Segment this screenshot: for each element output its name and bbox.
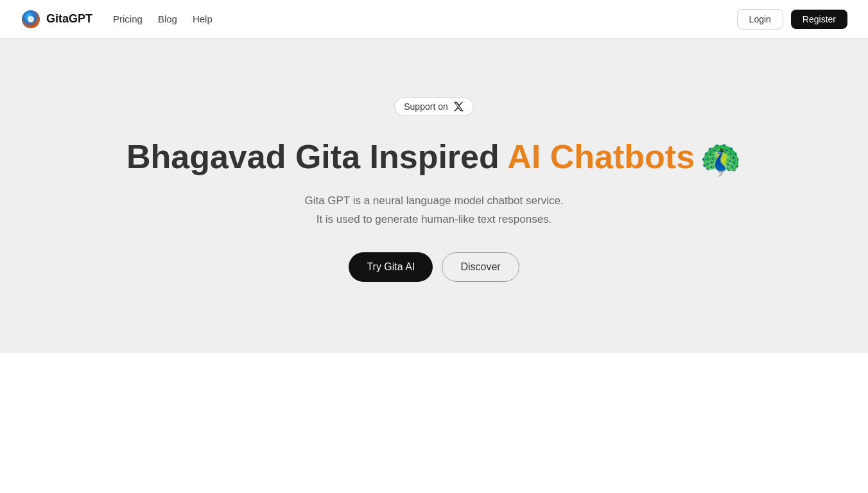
logo-link[interactable]: GitaGPT — [21, 9, 92, 30]
peacock-emoji: 🦚 — [700, 141, 742, 178]
nav-link-pricing[interactable]: Pricing — [113, 13, 143, 24]
logo-icon — [21, 9, 41, 30]
nav-link-help[interactable]: Help — [193, 13, 213, 24]
support-badge-text: Support on — [404, 101, 448, 112]
try-gita-ai-button[interactable]: Try Gita AI — [349, 252, 433, 282]
nav-item-pricing[interactable]: Pricing — [113, 13, 143, 25]
nav-links: Pricing Blog Help — [113, 13, 213, 25]
register-button[interactable]: Register — [791, 10, 847, 29]
hero-subtitle-line2: It is used to generate human-like text r… — [317, 213, 552, 225]
hero-title: Bhagavad Gita Inspired AI Chatbots🦚 — [126, 137, 742, 179]
navbar: GitaGPT Pricing Blog Help Login Register — [0, 0, 868, 39]
hero-subtitle: Gita GPT is a neural language model chat… — [304, 192, 563, 229]
hero-title-highlight: AI Chatbots — [507, 138, 695, 175]
navbar-right: Login Register — [737, 9, 847, 30]
hero-subtitle-line1: Gita GPT is a neural language model chat… — [304, 195, 563, 207]
support-badge[interactable]: Support on — [394, 97, 474, 116]
hero-section: Support on Bhagavad Gita Inspired AI Cha… — [0, 39, 868, 353]
nav-link-blog[interactable]: Blog — [158, 13, 177, 24]
content-area — [0, 353, 868, 493]
navbar-left: GitaGPT Pricing Blog Help — [21, 9, 213, 30]
hero-buttons: Try Gita AI Discover — [349, 252, 519, 282]
logo-text: GitaGPT — [46, 12, 92, 26]
nav-item-help[interactable]: Help — [193, 13, 213, 25]
x-twitter-icon — [453, 101, 464, 112]
nav-item-blog[interactable]: Blog — [158, 13, 177, 25]
discover-button[interactable]: Discover — [442, 252, 519, 282]
hero-title-start: Bhagavad Gita Inspired — [126, 138, 507, 175]
login-button[interactable]: Login — [737, 9, 783, 30]
svg-point-1 — [28, 16, 34, 22]
